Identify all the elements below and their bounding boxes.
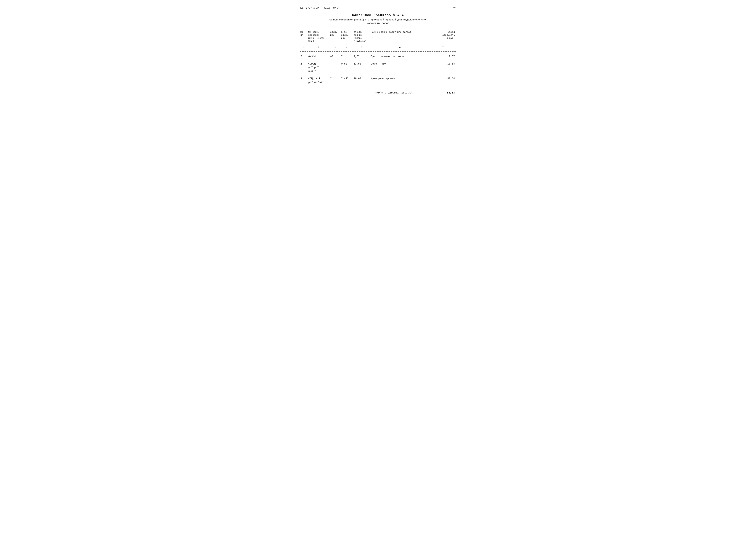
row-price: 28,60: [353, 75, 370, 86]
col-numbers-row: 1 2 3 4 5 6 7: [300, 46, 456, 50]
col-numbers-divider: [300, 51, 456, 52]
row-unit: т: [330, 60, 341, 75]
row-ref: ССРСЦ ч.I р.I п.657: [308, 60, 330, 75]
row-num: 2: [300, 60, 308, 75]
col-num-7: 7: [430, 46, 456, 50]
table-header-row: №№ пп №№ един. расценок шифрн ,норм СНиП…: [300, 30, 456, 44]
table-row: 3ССЦ, т.I р.7 п.7-48"I,42I28,60Мраморная…: [300, 75, 456, 86]
row-unit: м3: [330, 53, 341, 60]
row-price: I,5I: [353, 53, 370, 60]
title-sub: на приготовление раствора с мраморной кр…: [300, 18, 456, 21]
row-total: 40,64: [430, 75, 456, 86]
col1-header: №№ пп: [300, 30, 308, 44]
col2-header: №№ един. расценок шифрн ,норм СНиП: [308, 30, 330, 44]
col4-header: К-во един. изм.: [340, 30, 353, 44]
row-ref: 6-344: [308, 53, 330, 60]
col3-header: един. изм.: [330, 30, 341, 44]
col-num-1: 1: [300, 46, 308, 50]
row-qty: I,42I: [340, 75, 353, 86]
table-row: 2ССРСЦ ч.I р.I п.657т0,523I,50Цемент 400…: [300, 60, 456, 75]
row-total: I6,38: [430, 60, 456, 75]
total-row: Итого стоимость на I м3 58,53: [300, 91, 456, 94]
title-sub2: мозаичных полов: [300, 22, 456, 25]
top-line: 264-12-249.85 Альб. IX 4.1 74: [300, 7, 456, 10]
col-num-3: 3: [330, 46, 341, 50]
table-row: I6-344м3II,5IПриготовление раствораI,5I: [300, 53, 456, 60]
row-num: 3: [300, 75, 308, 86]
row-name: Приготовление раствора: [370, 53, 429, 60]
row-price: 3I,50: [353, 60, 370, 75]
col-num-6: 6: [370, 46, 429, 50]
row-ref: ССЦ, т.I р.7 п.7-48: [308, 75, 330, 86]
row-num: I: [300, 53, 308, 60]
row-qty: I: [340, 53, 353, 60]
title-block: ЕДИНИЧНАЯ РАСЦЕНКА № Д-I на приготовлени…: [300, 13, 456, 25]
col6-header: Наименование работ или затрат: [370, 30, 429, 44]
row-unit: ": [330, 75, 341, 86]
doc-ref: 264-12-249.85 Альб. IX 4.1: [300, 7, 342, 10]
title-main: ЕДИНИЧНАЯ РАСЦЕНКА № Д-I: [300, 13, 456, 17]
top-divider: [300, 28, 456, 28]
col-num-4: 4: [340, 46, 353, 50]
page-number: 74: [453, 7, 456, 10]
row-total: I,5I: [430, 53, 456, 60]
col5-header: стоим. единиц измер. в руб.коп.: [353, 30, 370, 44]
col-num-2: 2: [308, 46, 330, 50]
main-table: №№ пп №№ един. расценок шифрн ,норм СНиП…: [300, 30, 456, 44]
data-table: I6-344м3II,5IПриготовление раствораI,5I2…: [300, 53, 456, 86]
col-numbers-table: 1 2 3 4 5 6 7: [300, 46, 456, 50]
row-name: Мраморная крошка: [370, 75, 429, 86]
col7-header: Общая стоимость в руб.: [430, 30, 456, 44]
total-label: Итого стоимость на I м3: [375, 91, 412, 94]
col-num-5: 5: [353, 46, 370, 50]
row-name: Цемент 400: [370, 60, 429, 75]
row-qty: 0,52: [340, 60, 353, 75]
total-value: 58,53: [447, 91, 455, 94]
